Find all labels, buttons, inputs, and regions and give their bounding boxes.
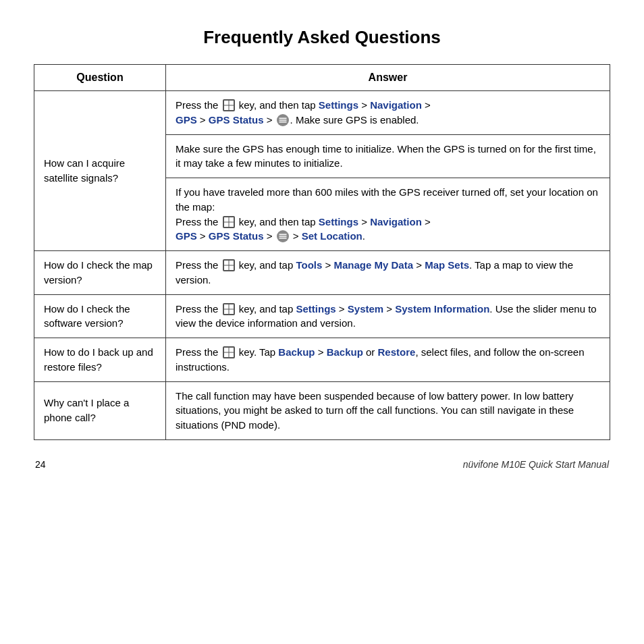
answer-part: Press the key, and then tap Settings > N… — [166, 91, 610, 135]
col-header-answer: Answer — [166, 65, 610, 91]
link-system-information: System Information — [395, 303, 489, 315]
link-system: System — [348, 303, 383, 315]
link-set-location: Set Location — [302, 230, 363, 242]
link-gps2: GPS — [176, 230, 197, 242]
table-row: How do I check the map version? Press th… — [34, 251, 610, 295]
faq-table: Question Answer How can I acquire satell… — [34, 64, 610, 440]
link-backup2: Backup — [327, 346, 363, 358]
footer-page-number: 24 — [35, 459, 46, 470]
link-tools: Tools — [296, 259, 322, 271]
table-row: How to do I back up and restore files? P… — [34, 338, 610, 382]
link-manage-my-data: Manage My Data — [333, 259, 413, 271]
footer: 24 nüvifone M10E Quick Start Manual — [34, 459, 610, 470]
answer-cell: Press the key, and then tap Settings > N… — [166, 91, 610, 251]
question-cell: Why can't I place a phone call? — [34, 381, 166, 439]
answer-cell: Press the key. Tap Backup > Backup or Re… — [166, 338, 610, 382]
link-navigation: Navigation — [370, 99, 422, 111]
link-backup: Backup — [278, 346, 315, 358]
link-gps-status2: GPS Status — [209, 230, 264, 242]
link-settings2: Settings — [319, 216, 358, 227]
answer-part: If you have traveled more than 600 miles… — [166, 178, 610, 250]
question-cell: How can I acquire satellite signals? — [34, 91, 166, 251]
question-cell: How do I check the map version? — [34, 251, 166, 295]
table-row: How do I check the software version? Pre… — [34, 294, 610, 338]
link-settings: Settings — [319, 99, 358, 111]
page-title: Frequently Asked Questions — [34, 27, 610, 48]
col-header-question: Question — [34, 65, 166, 91]
link-gps: GPS — [176, 114, 197, 126]
answer-part: Make sure the GPS has enough time to ini… — [166, 135, 610, 179]
answer-cell: Press the key, and tap Tools > Manage My… — [166, 251, 610, 295]
answer-cell: Press the key, and tap Settings > System… — [166, 294, 610, 338]
link-navigation2: Navigation — [370, 216, 422, 227]
link-gps-status: GPS Status — [209, 114, 264, 126]
question-cell: How do I check the software version? — [34, 294, 166, 338]
link-restore: Restore — [378, 346, 416, 358]
table-row: How can I acquire satellite signals? Pre… — [34, 91, 610, 251]
link-settings3: Settings — [296, 303, 336, 315]
answer-cell: The call function may have been suspende… — [166, 381, 610, 439]
footer-manual-title: nüvifone M10E Quick Start Manual — [463, 459, 609, 470]
table-row: Why can't I place a phone call? The call… — [34, 381, 610, 439]
question-cell: How to do I back up and restore files? — [34, 338, 166, 382]
link-map-sets: Map Sets — [425, 259, 469, 271]
